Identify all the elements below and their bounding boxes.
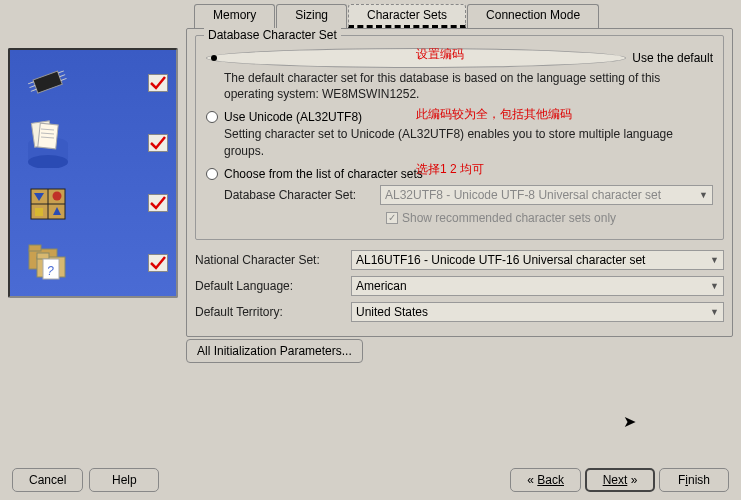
- dbcs-select: AL32UTF8 - Unicode UTF-8 Universal chara…: [380, 185, 713, 205]
- chevron-down-icon[interactable]: ▼: [710, 281, 719, 291]
- tab-memory[interactable]: Memory: [194, 4, 275, 28]
- radio-use-unicode[interactable]: [206, 111, 218, 123]
- svg-line-5: [60, 75, 66, 77]
- svg-rect-0: [33, 71, 62, 93]
- tabs: Memory Sizing Character Sets Connection …: [186, 4, 733, 28]
- svg-line-2: [29, 86, 35, 88]
- svg-line-4: [58, 71, 64, 73]
- finish-label: Finish: [678, 473, 710, 487]
- svg-rect-11: [38, 123, 58, 149]
- check-icon: [148, 74, 168, 92]
- chevron-down-icon[interactable]: ▼: [710, 255, 719, 265]
- step-charsets: [14, 178, 172, 228]
- dbcs-label: Database Character Set:: [224, 188, 374, 202]
- cursor-icon: ➤: [623, 412, 636, 431]
- radio-choose-list[interactable]: [206, 168, 218, 180]
- chevron-down-icon[interactable]: ▼: [710, 307, 719, 317]
- ncs-select[interactable]: AL16UTF16 - Unicode UTF-16 Universal cha…: [351, 250, 724, 270]
- tab-character-sets[interactable]: Character Sets: [348, 4, 466, 28]
- svg-line-1: [28, 82, 34, 84]
- desc-use-unicode: Setting character set to Unicode (AL32UT…: [224, 126, 713, 158]
- annotation-1: 设置编码: [416, 46, 464, 63]
- svg-line-3: [31, 89, 37, 91]
- ncs-label: National Character Set:: [195, 253, 345, 267]
- lang-value: American: [356, 279, 407, 293]
- check-icon: [148, 134, 168, 152]
- terr-label: Default Territory:: [195, 305, 345, 319]
- svg-rect-25: [37, 253, 49, 259]
- chevron-down-icon: ▼: [699, 190, 708, 200]
- tab-connection-mode[interactable]: Connection Mode: [467, 4, 599, 28]
- svg-line-6: [61, 78, 67, 80]
- lang-select[interactable]: American ▼: [351, 276, 724, 296]
- group-title: Database Character Set: [204, 28, 341, 42]
- chip-icon: [18, 58, 78, 108]
- group-db-charset: Database Character Set Use the default 设…: [195, 35, 724, 240]
- svg-text:?: ?: [47, 264, 54, 278]
- radio-choose-list-label: Choose from the list of character sets: [224, 167, 423, 181]
- shapes-icon: [18, 178, 78, 228]
- all-init-params-button[interactable]: All Initialization Parameters...: [186, 339, 363, 363]
- next-label: Next: [603, 473, 628, 487]
- folders-icon: ?: [18, 238, 78, 288]
- svg-rect-23: [29, 245, 41, 251]
- help-button[interactable]: Help: [89, 468, 159, 492]
- step-sizing: [14, 118, 172, 168]
- check-icon: [148, 254, 168, 272]
- sidebar: ?: [8, 4, 178, 363]
- check-icon: [148, 194, 168, 212]
- next-button[interactable]: Next »: [585, 468, 655, 492]
- radio-use-unicode-label: Use Unicode (AL32UTF8): [224, 110, 362, 124]
- svg-point-19: [53, 192, 62, 201]
- tab-panel: Database Character Set Use the default 设…: [186, 28, 733, 337]
- tab-sizing[interactable]: Sizing: [276, 4, 347, 28]
- annotation-3: 选择1 2 均可: [416, 161, 484, 178]
- desc-use-default: The default character set for this datab…: [224, 70, 713, 102]
- lang-label: Default Language:: [195, 279, 345, 293]
- cancel-button[interactable]: Cancel: [12, 468, 83, 492]
- terr-value: United States: [356, 305, 428, 319]
- svg-rect-20: [35, 208, 43, 216]
- documents-icon: [18, 118, 78, 168]
- show-recommended-checkbox: ✓: [386, 212, 398, 224]
- ncs-value: AL16UTF16 - Unicode UTF-16 Universal cha…: [356, 253, 645, 267]
- back-label: Back: [537, 473, 564, 487]
- annotation-2: 此编码较为全，包括其他编码: [416, 106, 572, 123]
- finish-button[interactable]: Finish: [659, 468, 729, 492]
- terr-select[interactable]: United States ▼: [351, 302, 724, 322]
- step-memory: [14, 58, 172, 108]
- show-recommended-label: Show recommended character sets only: [402, 211, 616, 225]
- dbcs-value: AL32UTF8 - Unicode UTF-8 Universal chara…: [385, 188, 661, 202]
- step-connmode: ?: [14, 238, 172, 288]
- back-button[interactable]: « Back: [510, 468, 581, 492]
- radio-use-default-label: Use the default: [632, 51, 713, 65]
